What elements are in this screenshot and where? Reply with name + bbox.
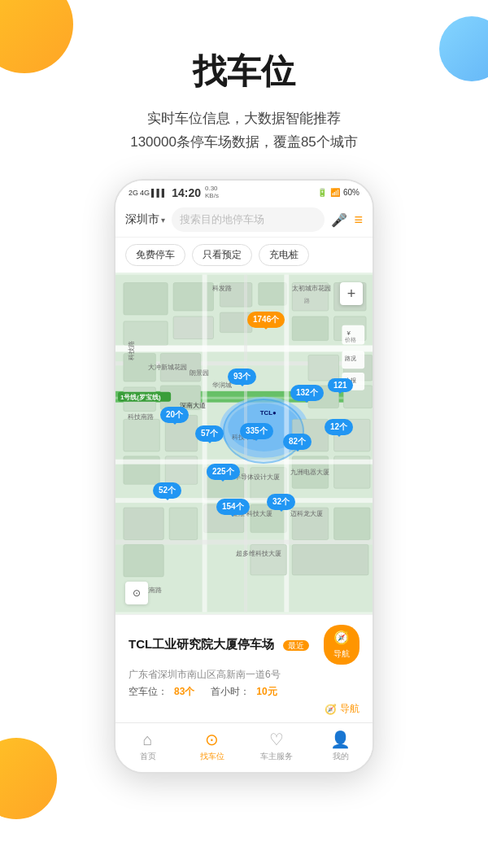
mic-icon[interactable]: 🎤: [331, 212, 347, 228]
svg-rect-43: [115, 540, 373, 545]
parking-lot-stats: 空车位： 83个 首小时： 10元: [129, 685, 311, 699]
signal-icon: ▌▌▌: [151, 189, 167, 197]
svg-rect-46: [169, 508, 198, 540]
price-value: 10元: [256, 685, 277, 699]
info-card-title-area: TCL工业研究院大厦停车场 最近: [129, 637, 309, 652]
parking-marker-121[interactable]: 121: [328, 378, 353, 392]
svg-text:价格: 价格: [344, 337, 356, 342]
parking-marker-154[interactable]: 154个: [216, 499, 250, 515]
svg-text:迈科龙大厦: 迈科龙大厦: [290, 510, 323, 517]
svg-rect-45: [124, 545, 163, 578]
svg-text:太初城市花园: 太初城市花园: [292, 286, 331, 293]
parking-lot-address: 广东省深圳市南山区高新南一道6号: [129, 668, 311, 682]
tab-home[interactable]: ⌂ 首页: [115, 731, 180, 762]
tab-find-parking[interactable]: ⊙ 找车位: [180, 730, 244, 762]
parking-marker-1746[interactable]: 1746个: [247, 312, 285, 328]
phone-container: 2G 4G ▌▌▌ 14:20 0.30KB/s 🔋 📶 60% 深圳市 ▾ 搜: [0, 171, 488, 774]
parking-lot-name: TCL工业研究院大厦停车场: [129, 637, 274, 651]
nav-icon-small: 🧭: [325, 704, 337, 715]
svg-text:华润城: 华润城: [212, 382, 232, 389]
info-card: TCL工业研究院大厦停车场 最近 🧭 导航 广东省深圳市南山区高新南一道6号 空…: [115, 614, 373, 722]
navigate-icon: 🧭: [333, 630, 350, 645]
city-selector[interactable]: 深圳市 ▾: [125, 212, 165, 227]
svg-text:1号线(罗宝线): 1号线(罗宝线): [120, 393, 161, 401]
svg-rect-10: [292, 316, 328, 341]
battery-percent: 60%: [343, 188, 359, 197]
tab-profile[interactable]: 👤 我的: [308, 730, 373, 762]
filter-tags: 免费停车 只看预定 充电桩: [115, 238, 373, 273]
phone-mockup: 2G 4G ▌▌▌ 14:20 0.30KB/s 🔋 📶 60% 深圳市 ▾ 搜: [114, 179, 374, 774]
status-left: 2G 4G ▌▌▌ 14:20 0.30KB/s: [129, 185, 219, 200]
subtitle: 实时车位信息，大数据智能推荐 130000条停车场数据，覆盖85个城市: [33, 107, 455, 155]
info-card-header: TCL工业研究院大厦停车场 最近 🧭 导航: [129, 625, 359, 665]
parking-marker-32[interactable]: 32个: [267, 494, 295, 510]
status-bar: 2G 4G ▌▌▌ 14:20 0.30KB/s 🔋 📶 60%: [115, 181, 373, 203]
battery-icon: 🔋: [317, 188, 327, 197]
svg-text:朗景园: 朗景园: [190, 369, 209, 377]
home-icon: ⌂: [142, 731, 152, 749]
status-kb: 0.30KB/s: [205, 185, 219, 200]
tab-find-parking-label: 找车位: [200, 751, 224, 762]
svg-text:大冲新城花园: 大冲新城花园: [148, 364, 187, 372]
parking-marker-82[interactable]: 82个: [283, 434, 312, 450]
svg-rect-50: [292, 545, 368, 576]
page-title: 找车位: [33, 49, 455, 94]
bottom-nav-row[interactable]: 🧭 导航: [129, 702, 359, 716]
status-time: 14:20: [172, 186, 201, 199]
latest-badge: 最近: [283, 640, 309, 651]
navigate-button-main[interactable]: 🧭 导航: [324, 625, 359, 665]
available-spots-value: 83个: [174, 685, 194, 699]
locate-button[interactable]: ⊙: [125, 582, 148, 604]
price-label: 首小时：: [211, 685, 250, 699]
svg-text:¥: ¥: [346, 329, 351, 337]
parking-marker-132[interactable]: 132个: [290, 385, 324, 401]
svg-rect-22: [308, 355, 339, 382]
parking-marker-12[interactable]: 12个: [325, 419, 353, 435]
tab-car-services[interactable]: ♡ 车主服务: [244, 730, 308, 762]
tab-profile-label: 我的: [333, 751, 349, 762]
parking-marker-335[interactable]: 335个: [240, 423, 273, 439]
tab-bar: ⌂ 首页 ⊙ 找车位 ♡ 车主服务 👤 我的: [115, 722, 373, 772]
wifi-icon: 📶: [330, 188, 340, 197]
svg-text:半导体设计大厦: 半导体设计大厦: [234, 474, 280, 482]
heart-icon: ♡: [269, 730, 284, 749]
svg-rect-7: [259, 283, 287, 306]
svg-rect-49: [251, 545, 286, 576]
filter-reserved[interactable]: 只看预定: [192, 244, 252, 266]
svg-text:科技路: 科技路: [128, 342, 135, 361]
search-bar[interactable]: 深圳市 ▾ 搜索目的地停车场 🎤 ≡: [115, 203, 373, 238]
parking-marker-52[interactable]: 52个: [153, 482, 181, 499]
svg-text:科发路: 科发路: [212, 286, 232, 293]
network-icon: 2G: [129, 189, 138, 197]
search-icon: ⊙: [205, 730, 219, 749]
svg-rect-1: [124, 283, 168, 316]
svg-rect-3: [173, 283, 213, 312]
available-spots-label: 空车位：: [129, 685, 168, 699]
svg-text:超多维科技大厦: 超多维科技大厦: [236, 551, 281, 558]
navigate-label: 导航: [333, 648, 350, 660]
tab-car-services-label: 车主服务: [260, 751, 293, 762]
chevron-down-icon: ▾: [161, 216, 165, 225]
nav-label-small: 导航: [340, 702, 359, 716]
svg-rect-26: [124, 420, 159, 452]
svg-rect-41: [115, 460, 373, 465]
user-icon: 👤: [330, 730, 351, 749]
filter-ev-charger[interactable]: 充电桩: [259, 244, 309, 266]
tab-home-label: 首页: [140, 751, 156, 762]
svg-rect-4: [173, 316, 213, 339]
parking-marker-93[interactable]: 93个: [228, 369, 256, 385]
svg-text:路: 路: [304, 299, 310, 304]
parking-marker-225[interactable]: 225个: [207, 464, 240, 480]
parking-marker-20[interactable]: 20个: [160, 407, 189, 423]
search-input[interactable]: 搜索目的地停车场: [172, 207, 325, 232]
header-section: 找车位 实时车位信息，大数据智能推荐 130000条停车场数据，覆盖85个城市: [0, 0, 488, 171]
parking-marker-57[interactable]: 57个: [195, 425, 224, 442]
svg-rect-44: [124, 508, 163, 540]
zoom-in-button[interactable]: +: [340, 282, 363, 305]
filter-free-parking[interactable]: 免费停车: [125, 244, 185, 266]
menu-icon[interactable]: ≡: [354, 212, 363, 229]
svg-rect-48: [334, 508, 370, 540]
map-area[interactable]: 科技路 科技南路 科技南路 科发路 太初城市花园 路 大冲新城花园 朗景园 华润…: [115, 273, 373, 614]
svg-text:九洲电器大厦: 九洲电器大厦: [290, 469, 329, 476]
svg-text:科技南路: 科技南路: [128, 414, 154, 421]
